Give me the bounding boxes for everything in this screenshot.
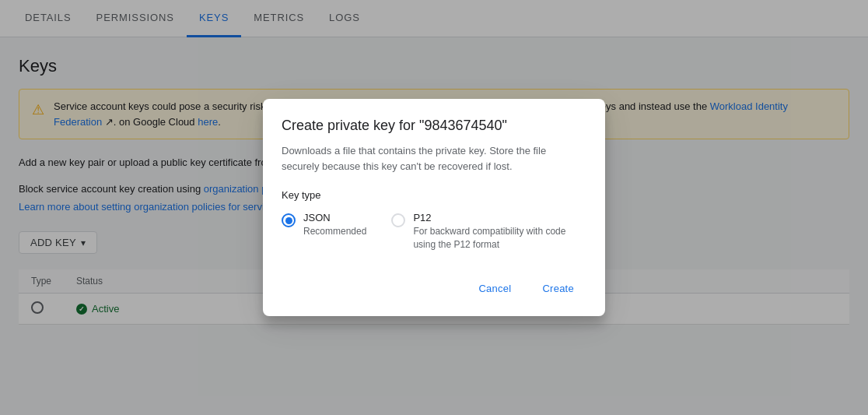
dialog-title: Create private key for "9843674540" bbox=[282, 118, 586, 134]
create-key-dialog: Create private key for "9843674540" Down… bbox=[263, 99, 605, 316]
dialog-description: Downloads a file that contains the priva… bbox=[282, 143, 586, 174]
json-option-text: JSON Recommended bbox=[303, 212, 366, 238]
json-option-desc: Recommended bbox=[303, 225, 366, 238]
cancel-button[interactable]: Cancel bbox=[466, 276, 523, 301]
dialog-overlay: Create private key for "9843674540" Down… bbox=[0, 0, 868, 415]
dialog-actions: Cancel Create bbox=[282, 273, 586, 301]
json-option-name: JSON bbox=[303, 212, 366, 223]
radio-group: JSON Recommended P12 For backward compat… bbox=[282, 212, 586, 251]
p12-radio[interactable] bbox=[391, 213, 405, 227]
p12-option-desc: For backward compatibility with code usi… bbox=[413, 225, 586, 251]
key-type-label: Key type bbox=[282, 189, 586, 201]
p12-option[interactable]: P12 For backward compatibility with code… bbox=[391, 212, 586, 251]
p12-option-name: P12 bbox=[413, 212, 586, 223]
json-option[interactable]: JSON Recommended bbox=[282, 212, 366, 251]
json-radio[interactable] bbox=[282, 213, 296, 227]
create-button[interactable]: Create bbox=[530, 276, 586, 301]
p12-option-text: P12 For backward compatibility with code… bbox=[413, 212, 586, 251]
